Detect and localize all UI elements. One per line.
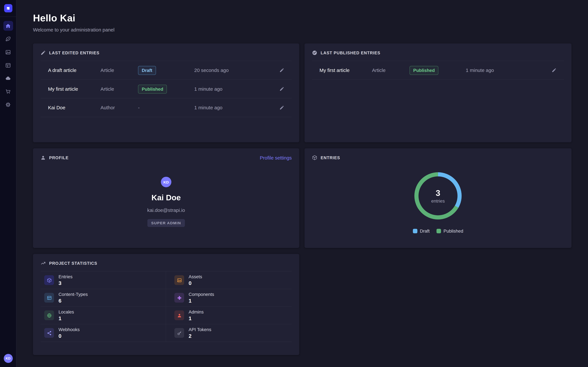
status-badge: Published: [138, 84, 167, 93]
stats-grid: Entries3 Assets0 Content-Types6 Componen…: [41, 271, 292, 342]
stat-value: 0: [189, 280, 202, 286]
entry-time: 1 minute ago: [194, 86, 274, 92]
sidebar-user-avatar[interactable]: KD: [4, 354, 13, 363]
edit-entry-button[interactable]: [275, 86, 284, 91]
content-type-builder-icon: [5, 62, 11, 68]
admins-icon: [174, 310, 184, 320]
table-row: My first article Article Published 1 min…: [312, 61, 564, 80]
main-content: Hello Kai Welcome to your administration…: [17, 0, 588, 367]
stat-label: Webhooks: [59, 327, 80, 332]
stat-label: Content-Types: [59, 292, 88, 297]
entry-type: Author: [100, 105, 138, 110]
card-header: LAST EDITED ENTRIES: [33, 43, 299, 60]
status-empty: -: [138, 105, 194, 110]
card-header: PROFILE: [33, 148, 299, 165]
stat-label: Admins: [189, 309, 204, 315]
edit-entry-button[interactable]: [275, 68, 284, 73]
stat-label: Components: [189, 292, 214, 297]
page-subtitle: Welcome to your administration panel: [33, 27, 571, 33]
donut-center: 3 entries: [414, 172, 462, 219]
entry-name: A draft article: [48, 67, 100, 73]
entries-donut: 3 entries: [414, 172, 462, 219]
status-badge: Published: [409, 66, 439, 75]
entry-name: Kai Doe: [48, 105, 100, 110]
workspace-logo-button[interactable]: [0, 0, 16, 17]
card-header: PROJECT STATISTICS: [33, 254, 299, 270]
sidebar-item-media-library[interactable]: [3, 47, 13, 57]
cloud-icon: [5, 75, 11, 81]
entry-name: My first article: [320, 67, 372, 73]
sidebar: KD: [0, 0, 17, 367]
sidebar-nav: [3, 21, 13, 109]
strapi-logo-icon: [6, 6, 10, 11]
legend-label: Published: [443, 228, 463, 234]
user-icon: [41, 155, 46, 160]
content-types-icon: [44, 293, 54, 303]
entry-name: My first article: [48, 86, 100, 92]
content-manager-icon: [5, 36, 11, 42]
trending-up-icon: [41, 261, 46, 266]
pencil-icon: [279, 68, 284, 73]
last-edited-table: A draft article Article Draft 20 seconds…: [41, 61, 292, 117]
marketplace-icon: [5, 89, 11, 94]
api-tokens-icon: [174, 328, 184, 338]
stat-label: Entries: [59, 274, 72, 279]
stat-components: Components1: [166, 289, 292, 307]
card-header: ENTRIES: [304, 148, 571, 165]
edit-entry-button[interactable]: [275, 105, 284, 110]
stat-value: 3: [59, 280, 72, 286]
sidebar-item-content-type-builder[interactable]: [3, 60, 13, 70]
page-header: Hello Kai Welcome to your administration…: [33, 0, 571, 33]
entry-time: 1 minute ago: [466, 67, 547, 73]
card-title: PROJECT STATISTICS: [49, 261, 97, 266]
entries-body: 3 entries Draft Published: [304, 165, 571, 234]
card-title: PROFILE: [49, 155, 69, 160]
stat-webhooks: Webhooks0: [41, 324, 166, 342]
table-row: My first article Article Published 1 min…: [41, 80, 292, 99]
card-title: LAST EDITED ENTRIES: [49, 50, 99, 55]
card-title: ENTRIES: [321, 155, 340, 160]
profile-email: kai.doe@strapi.io: [147, 208, 185, 213]
sidebar-item-settings[interactable]: [3, 100, 13, 109]
profile-body: KD Kai Doe kai.doe@strapi.io SUPER ADMIN: [33, 165, 299, 227]
pencil-icon: [279, 105, 284, 110]
sidebar-item-cloud[interactable]: [3, 73, 13, 83]
stat-admins: Admins1: [166, 307, 292, 324]
legend-item-published: Published: [436, 228, 463, 234]
last-edited-entries-card: LAST EDITED ENTRIES A draft article Arti…: [33, 43, 299, 142]
stat-entries: Entries3: [41, 272, 166, 289]
page-title: Hello Kai: [33, 12, 571, 24]
draft-swatch: [413, 229, 417, 234]
pencil-icon: [41, 50, 46, 55]
entry-time: 20 seconds ago: [194, 67, 274, 73]
check-circle-icon: [312, 50, 317, 55]
entry-type: Article: [372, 67, 410, 73]
stat-label: Assets: [189, 274, 202, 279]
cube-icon: [312, 155, 317, 160]
sidebar-item-content-manager[interactable]: [3, 34, 13, 44]
status-badge: Draft: [138, 66, 156, 75]
webhooks-icon: [44, 328, 54, 338]
stat-content-types: Content-Types6: [41, 289, 166, 307]
entries-icon: [44, 275, 54, 285]
donut-label: entries: [431, 198, 445, 204]
last-published-table: My first article Article Published 1 min…: [312, 61, 564, 80]
assets-icon: [174, 275, 184, 285]
edit-entry-button[interactable]: [547, 68, 556, 73]
stat-value: 0: [59, 333, 80, 339]
published-swatch: [436, 229, 441, 234]
donut-value: 3: [436, 188, 440, 198]
pencil-icon: [279, 86, 284, 91]
dashboard-grid: LAST EDITED ENTRIES A draft article Arti…: [33, 43, 571, 355]
project-statistics-card: PROJECT STATISTICS Entries3 Assets0 Cont…: [33, 254, 299, 355]
card-header: LAST PUBLISHED ENTRIES: [304, 43, 571, 60]
sidebar-item-home[interactable]: [3, 21, 13, 31]
stat-assets: Assets0: [166, 272, 292, 289]
entry-time: 1 minute ago: [194, 105, 274, 110]
sidebar-item-marketplace[interactable]: [3, 86, 13, 96]
stat-label: Locales: [59, 309, 74, 315]
profile-settings-link[interactable]: Profile settings: [260, 155, 292, 161]
legend-label: Draft: [420, 228, 430, 234]
stat-value: 2: [189, 333, 211, 339]
stat-value: 1: [189, 315, 204, 321]
